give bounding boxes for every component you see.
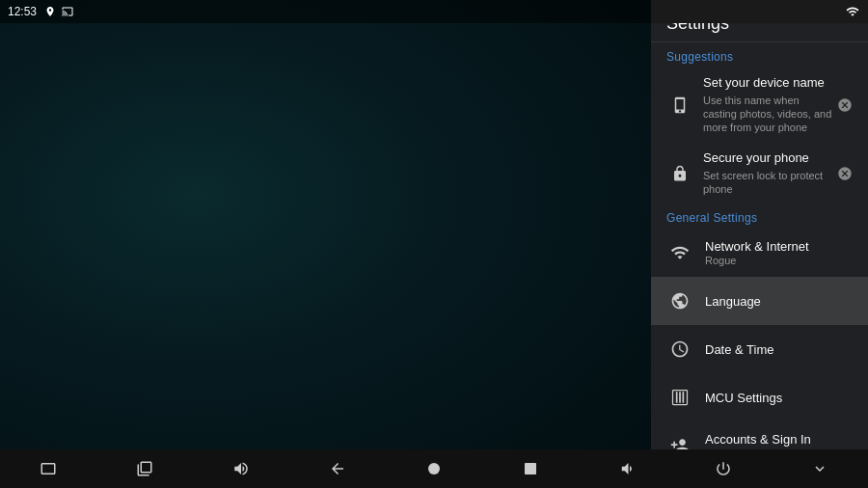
- device-name-text: Set your device name Use this name when …: [703, 75, 833, 135]
- mcu-title: MCU Settings: [705, 391, 853, 405]
- recent-button[interactable]: [513, 451, 548, 486]
- secure-phone-text: Secure your phone Set screen lock to pro…: [703, 150, 833, 196]
- language-text: Language: [705, 294, 853, 309]
- mcu-text: MCU Settings: [705, 391, 853, 405]
- globe-icon: [666, 287, 693, 314]
- status-time: 12:53: [8, 5, 37, 18]
- menu-item-datetime[interactable]: Date & Time: [651, 325, 868, 373]
- main-background: [0, 0, 651, 488]
- volume-down-button[interactable]: [610, 451, 644, 486]
- device-icon: [666, 92, 693, 119]
- svg-rect-2: [525, 463, 536, 474]
- network-subtitle: Rogue: [705, 255, 853, 266]
- secure-phone-subtitle: Set screen lock to protect phone: [703, 169, 833, 197]
- settings-body: Suggestions Set your device name Use thi…: [651, 42, 868, 488]
- taskbar: [0, 449, 868, 488]
- status-bar-right: [651, 0, 868, 23]
- network-text: Network & Internet Rogue: [705, 239, 853, 266]
- menu-item-mcu[interactable]: MCU Settings: [651, 373, 868, 421]
- svg-point-1: [428, 463, 440, 474]
- location-icon: [44, 6, 56, 17]
- suggestion-secure-phone[interactable]: Secure your phone Set screen lock to pro…: [651, 143, 868, 203]
- mcu-icon: [666, 384, 693, 411]
- status-bar: 12:53: [0, 0, 651, 23]
- back-button[interactable]: [320, 451, 355, 486]
- menu-item-language[interactable]: Language: [651, 277, 868, 325]
- suggestions-label: Suggestions: [651, 42, 868, 68]
- chevron-down-button[interactable]: [802, 451, 837, 486]
- dismiss-device-name-button[interactable]: [837, 97, 853, 113]
- dismiss-secure-phone-button[interactable]: [837, 166, 853, 181]
- cast-icon: [62, 6, 73, 17]
- device-name-subtitle: Use this name when casting photos, video…: [703, 94, 833, 135]
- language-title: Language: [705, 294, 853, 309]
- accounts-title: Accounts & Sign In: [705, 432, 853, 447]
- suggestion-device-name[interactable]: Set your device name Use this name when …: [651, 68, 868, 143]
- window-button[interactable]: [31, 451, 66, 486]
- status-icons: [44, 6, 73, 17]
- settings-panel: Settings Suggestions Set your device nam…: [651, 0, 868, 488]
- network-title: Network & Internet: [705, 239, 853, 254]
- secure-phone-title: Secure your phone: [703, 150, 833, 167]
- clock-icon: [666, 336, 693, 363]
- home-button[interactable]: [417, 451, 451, 486]
- datetime-text: Date & Time: [705, 342, 853, 357]
- screen-record-button[interactable]: [127, 451, 162, 486]
- volume-up-button[interactable]: [224, 451, 258, 486]
- general-settings-label: General Settings: [651, 203, 868, 229]
- device-name-title: Set your device name: [703, 75, 833, 92]
- wifi-status-icon: [845, 5, 860, 18]
- menu-item-network[interactable]: Network & Internet Rogue: [651, 229, 868, 277]
- datetime-title: Date & Time: [705, 342, 853, 357]
- power-button[interactable]: [706, 451, 741, 486]
- wifi-icon: [666, 239, 693, 266]
- lock-icon: [666, 160, 693, 187]
